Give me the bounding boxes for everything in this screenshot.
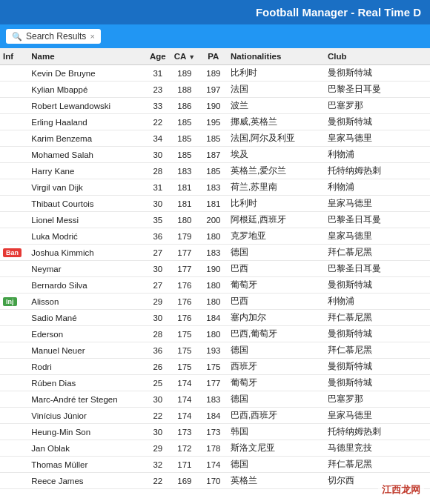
cell-ca: 185 [170, 147, 199, 163]
col-header-club[interactable]: Club [325, 48, 430, 65]
cell-name: Manuel Neuer [28, 342, 145, 359]
table-header-row: Inf Name Age CA ▼ PA Nationalities Club [0, 48, 430, 65]
results-table: Inf Name Age CA ▼ PA Nationalities Club … [0, 48, 430, 489]
table-row[interactable]: Erling Haaland22185195挪威,英格兰曼彻斯特城 [0, 114, 430, 130]
cell-name: Robert Lewandowski [28, 98, 145, 114]
table-row[interactable]: Kylian Mbappé23188197法国巴黎圣日耳曼 [0, 82, 430, 98]
table-row[interactable]: Reece James22169170英格兰切尔西 [0, 473, 430, 489]
cell-nationalities: 挪威,英格兰 [228, 114, 325, 130]
col-header-name[interactable]: Name [28, 48, 145, 65]
table-row[interactable]: Sadio Mané30176184塞内加尔拜仁慕尼黑 [0, 310, 430, 326]
cell-ca: 180 [170, 212, 199, 228]
cell-inf [0, 228, 28, 245]
col-header-pa[interactable]: PA [199, 48, 228, 65]
cell-ca: 176 [170, 277, 199, 294]
table-row[interactable]: InjAlisson29176180巴西利物浦 [0, 294, 430, 310]
cell-nationalities: 巴西 [228, 261, 325, 277]
table-row[interactable]: Vinícius Júnior22174184巴西,西班牙皇家马德里 [0, 408, 430, 424]
cell-age: 29 [146, 294, 170, 310]
cell-inf [0, 310, 28, 326]
cell-name: Thomas Müller [28, 457, 145, 473]
table-row[interactable]: Neymar30177190巴西巴黎圣日耳曼 [0, 261, 430, 277]
cell-nationalities: 荷兰,苏里南 [228, 179, 325, 196]
cell-nationalities: 韩国 [228, 424, 325, 440]
badge-ban: Ban [3, 248, 22, 257]
table-row[interactable]: Lionel Messi35180200阿根廷,西班牙巴黎圣日耳曼 [0, 212, 430, 228]
cell-inf [0, 375, 28, 391]
cell-pa: 175 [199, 359, 228, 375]
table-row[interactable]: Bernardo Silva27176180葡萄牙曼彻斯特城 [0, 277, 430, 294]
cell-age: 25 [146, 375, 170, 391]
cell-nationalities: 塞内加尔 [228, 310, 325, 326]
cell-club: 拜仁慕尼黑 [325, 245, 430, 261]
cell-pa: 180 [199, 294, 228, 310]
cell-pa: 184 [199, 408, 228, 424]
table-row[interactable]: Thibaut Courtois30181181比利时皇家马德里 [0, 196, 430, 212]
cell-club: 曼彻斯特城 [325, 375, 430, 391]
cell-name: Heung-Min Son [28, 424, 145, 440]
cell-pa: 174 [199, 457, 228, 473]
table-row[interactable]: Heung-Min Son30173173韩国托特纳姆热刺 [0, 424, 430, 440]
table-row[interactable]: Luka Modrić36179180克罗地亚皇家马德里 [0, 228, 430, 245]
table-row[interactable]: BanJoshua Kimmich27177183德国拜仁慕尼黑 [0, 245, 430, 261]
cell-club: 巴塞罗那 [325, 98, 430, 114]
cell-nationalities: 德国 [228, 342, 325, 359]
table-row[interactable]: Rodri26175175西班牙曼彻斯特城 [0, 359, 430, 375]
cell-nationalities: 巴西,葡萄牙 [228, 326, 325, 342]
table-row[interactable]: Manuel Neuer36175193德国拜仁慕尼黑 [0, 342, 430, 359]
cell-name: Vinícius Júnior [28, 408, 145, 424]
table-row[interactable]: Rúben Dias25174177葡萄牙曼彻斯特城 [0, 375, 430, 391]
cell-nationalities: 西班牙 [228, 359, 325, 375]
cell-club: 皇家马德里 [325, 196, 430, 212]
cell-inf [0, 277, 28, 294]
cell-name: Luka Modrić [28, 228, 145, 245]
cell-club: 巴黎圣日耳曼 [325, 212, 430, 228]
watermark: 江西龙网 [378, 482, 424, 498]
table-row[interactable]: Robert Lewandowski33186190波兰巴塞罗那 [0, 98, 430, 114]
cell-name: Joshua Kimmich [28, 245, 145, 261]
cell-inf [0, 326, 28, 342]
cell-age: 22 [146, 114, 170, 130]
cell-ca: 177 [170, 261, 199, 277]
table-row[interactable]: Jan Oblak29172178斯洛文尼亚马德里竞技 [0, 440, 430, 457]
cell-age: 30 [146, 424, 170, 440]
table-row[interactable]: Kevin De Bruyne31189189比利时曼彻斯特城 [0, 65, 430, 82]
cell-inf [0, 130, 28, 147]
cell-pa: 200 [199, 212, 228, 228]
search-results-tab[interactable]: 🔍 Search Results × [6, 29, 101, 44]
cell-name: Virgil van Dijk [28, 179, 145, 196]
cell-nationalities: 德国 [228, 391, 325, 408]
cell-name: Rúben Dias [28, 375, 145, 391]
close-tab-icon[interactable]: × [90, 32, 94, 41]
cell-pa: 180 [199, 228, 228, 245]
badge-inj: Inj [3, 297, 17, 306]
cell-nationalities: 巴西,西班牙 [228, 408, 325, 424]
cell-ca: 176 [170, 294, 199, 310]
table-row[interactable]: Marc-André ter Stegen30174183德国巴塞罗那 [0, 391, 430, 408]
cell-pa: 173 [199, 424, 228, 440]
cell-pa: 195 [199, 114, 228, 130]
cell-ca: 173 [170, 424, 199, 440]
cell-inf [0, 473, 28, 489]
cell-ca: 169 [170, 473, 199, 489]
cell-club: 巴黎圣日耳曼 [325, 261, 430, 277]
col-header-ca[interactable]: CA ▼ [170, 48, 199, 65]
col-header-nationalities[interactable]: Nationalities [228, 48, 325, 65]
cell-age: 26 [146, 359, 170, 375]
cell-pa: 193 [199, 342, 228, 359]
table-row[interactable]: Ederson28175180巴西,葡萄牙曼彻斯特城 [0, 326, 430, 342]
cell-name: Karim Benzema [28, 130, 145, 147]
table-row[interactable]: Mohamed Salah30185187埃及利物浦 [0, 147, 430, 163]
cell-age: 27 [146, 277, 170, 294]
cell-name: Thibaut Courtois [28, 196, 145, 212]
col-header-age[interactable]: Age [146, 48, 170, 65]
table-row[interactable]: Thomas Müller32171174德国拜仁慕尼黑 [0, 457, 430, 473]
table-row[interactable]: Karim Benzema34185185法国,阿尔及利亚皇家马德里 [0, 130, 430, 147]
cell-club: 托特纳姆热刺 [325, 424, 430, 440]
cell-nationalities: 英格兰,爱尔兰 [228, 163, 325, 179]
cell-pa: 185 [199, 130, 228, 147]
cell-name: Ederson [28, 326, 145, 342]
table-row[interactable]: Harry Kane28183185英格兰,爱尔兰托特纳姆热刺 [0, 163, 430, 179]
cell-age: 30 [146, 147, 170, 163]
table-row[interactable]: Virgil van Dijk31181183荷兰,苏里南利物浦 [0, 179, 430, 196]
